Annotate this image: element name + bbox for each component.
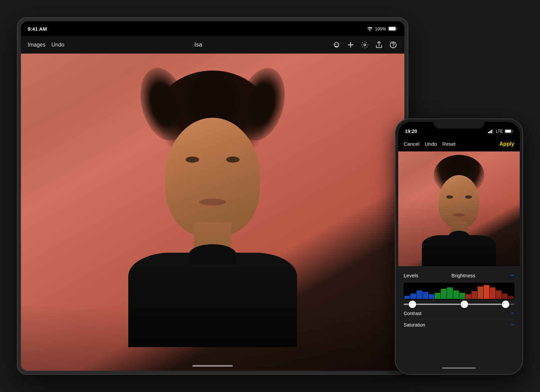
histogram <box>404 283 514 300</box>
svg-rect-12 <box>491 130 492 133</box>
iphone-notch <box>434 119 484 129</box>
svg-rect-15 <box>505 130 511 133</box>
iphone-home-indicator <box>442 367 476 369</box>
reset-button[interactable]: Reset <box>442 141 456 147</box>
saturation-row: Saturation − <box>404 319 514 330</box>
svg-rect-1 <box>389 27 396 30</box>
face-detect-icon[interactable] <box>332 40 341 49</box>
ipad-device: 9:41 AM 100% <box>17 17 408 375</box>
share-icon[interactable] <box>375 40 383 49</box>
images-button[interactable]: Images <box>28 42 45 48</box>
volume-down-button[interactable] <box>17 107 18 119</box>
iphone-battery-icon <box>505 129 513 133</box>
iphone-toolbar: Cancel Undo Reset Apply <box>398 137 520 151</box>
scene: 9:41 AM 100% <box>17 17 523 375</box>
slider-thumb-mid[interactable] <box>461 301 468 308</box>
iphone-photo <box>398 151 520 266</box>
volume-up-button[interactable] <box>17 92 18 104</box>
iphone-toolbar-left: Cancel Undo Reset <box>404 141 456 147</box>
histogram-bars <box>404 283 514 300</box>
apply-button[interactable]: Apply <box>500 141 514 147</box>
brightness-slider-track[interactable] <box>404 304 514 305</box>
svg-point-4 <box>337 44 338 45</box>
iphone-screen: 19:20 LTE <box>398 122 520 371</box>
cancel-button[interactable]: Cancel <box>404 141 420 147</box>
ipad-status-bar: 9:41 AM 100% <box>21 21 404 36</box>
svg-point-3 <box>335 44 336 45</box>
help-icon[interactable] <box>389 40 398 49</box>
slider-thumb-right[interactable] <box>502 301 509 308</box>
ipad-photo-area <box>21 54 404 371</box>
ipad-home-indicator <box>192 365 233 367</box>
ipad-battery-percent: 100% <box>375 26 386 31</box>
brightness-minus-icon[interactable]: − <box>510 272 514 279</box>
svg-rect-13 <box>492 129 493 133</box>
signal-icon <box>488 129 494 133</box>
levels-header: Levels Brightness − <box>404 272 514 279</box>
svg-point-7 <box>364 44 366 46</box>
contrast-row: Contrast − <box>404 308 514 319</box>
iphone-toolbar-right: Apply <box>500 141 514 147</box>
svg-point-9 <box>393 47 394 48</box>
ipad-toolbar: Images Undo Isa <box>21 36 404 54</box>
brightness-label[interactable]: Brightness <box>451 273 475 278</box>
saturation-minus-icon[interactable]: − <box>511 321 514 328</box>
iphone-status-right: LTE <box>488 129 513 134</box>
svg-rect-10 <box>488 132 489 133</box>
iphone-undo-button[interactable]: Undo <box>425 141 437 147</box>
ipad-toolbar-left: Images Undo <box>28 42 64 48</box>
ipad-photo <box>21 54 404 371</box>
battery-icon <box>388 26 398 31</box>
wifi-icon <box>367 26 373 31</box>
contrast-label[interactable]: Contrast <box>404 311 422 316</box>
settings-icon[interactable] <box>360 40 369 49</box>
add-icon[interactable] <box>346 40 355 49</box>
ipad-volume-buttons <box>17 92 18 134</box>
saturation-label[interactable]: Saturation <box>404 322 425 328</box>
mute-button[interactable] <box>17 122 18 134</box>
svg-rect-11 <box>489 131 490 133</box>
ipad-toolbar-title: Isa <box>64 41 332 48</box>
iphone-controls-panel: Levels Brightness − <box>398 266 520 371</box>
slider-thumb-left[interactable] <box>409 301 416 308</box>
iphone-time: 19:20 <box>405 129 417 134</box>
photo-title: Isa <box>194 41 202 48</box>
brightness-slider-row <box>404 304 514 305</box>
undo-button[interactable]: Undo <box>51 42 64 48</box>
iphone-photo-area <box>398 151 520 266</box>
contrast-minus-icon[interactable]: − <box>511 310 514 317</box>
iphone-device: 19:20 LTE <box>395 118 523 375</box>
iphone-signal-label: LTE <box>496 129 503 134</box>
ipad-time: 9:41 AM <box>28 26 47 32</box>
ipad-status-right: 100% <box>367 26 398 31</box>
levels-label: Levels <box>404 273 418 278</box>
ipad-screen: 9:41 AM 100% <box>21 21 404 371</box>
ipad-toolbar-right <box>332 40 398 49</box>
